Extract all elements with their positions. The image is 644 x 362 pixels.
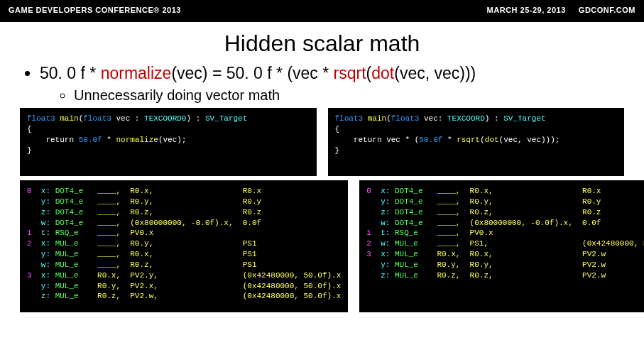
asm-right: 0 x: DOT4_e ____, R0.x, R0.x y: DOT4_e _…	[359, 180, 644, 312]
slide-body: Hidden scalar math 50. 0 f * normalize(v…	[0, 22, 644, 312]
bullet-text: 50. 0 f *	[40, 64, 101, 82]
header-bar: GAME DEVELOPERS CONFERENCE® 2013 MARCH 2…	[0, 0, 644, 22]
bullet-text: (vec) = 50. 0 f * (vec *	[171, 64, 333, 82]
asm-left: 0 x: DOT4_e ____, R0.x, R0.x y: DOT4_e _…	[20, 180, 348, 312]
source-left: float3 main(float3 vec : TEXCOORD0) : SV…	[20, 108, 317, 176]
bullet-fn-rsqrt: rsqrt	[334, 64, 366, 82]
bullet-text: (vec, vec)))	[394, 64, 476, 82]
conference-name: GAME DEVELOPERS CONFERENCE® 2013	[9, 6, 181, 14]
source-right: float3 main(float3 vec: TEXCOORD) : SV_T…	[328, 108, 625, 176]
main-bullet-list: 50. 0 f * normalize(vec) = 50. 0 f * (ve…	[20, 64, 624, 104]
bullet-fn-normalize: normalize	[101, 64, 172, 82]
sub-bullet: Unnecessarily doing vector math	[74, 87, 624, 104]
main-bullet: 50. 0 f * normalize(vec) = 50. 0 f * (ve…	[40, 64, 624, 104]
conference-site: GDCONF.COM	[579, 6, 635, 14]
sub-bullet-list: Unnecessarily doing vector math	[40, 87, 624, 104]
source-code-row: float3 main(float3 vec : TEXCOORD0) : SV…	[20, 108, 624, 176]
slide-title: Hidden scalar math	[20, 31, 624, 57]
bullet-fn-dot: dot	[371, 64, 394, 82]
asm-code-row: 0 x: DOT4_e ____, R0.x, R0.x y: DOT4_e _…	[20, 180, 624, 312]
conference-dates: MARCH 25-29, 2013	[487, 6, 566, 14]
